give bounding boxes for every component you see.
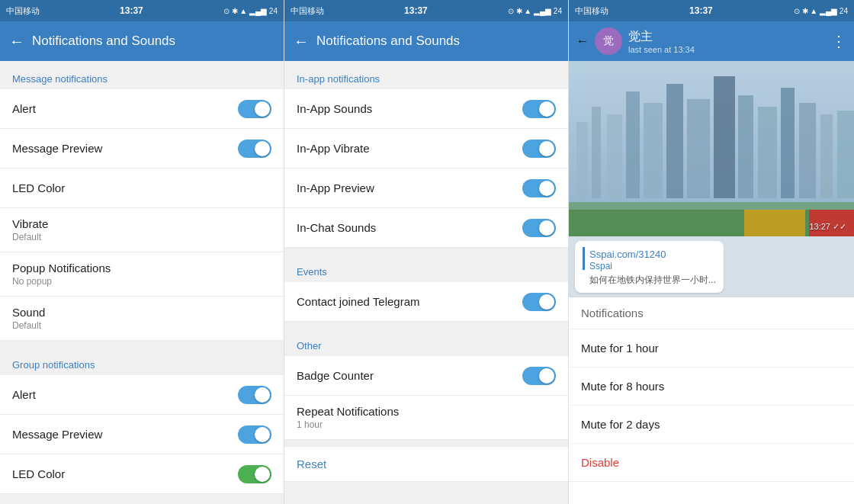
carrier-2: 中国移动 <box>291 5 324 17</box>
chat-user-name: 觉主 <box>628 29 825 45</box>
menu-item-mute-1h[interactable]: Mute for 1 hour <box>569 329 854 368</box>
toggle-grp-led[interactable] <box>238 465 271 483</box>
item-inapp-vibrate-label: In-App Vibrate <box>297 142 370 155</box>
status-bar-2: 中国移动 13:37 ⊙ ✱ ▲ ▂▄▆ 24 <box>284 0 568 21</box>
item-led-color[interactable]: LED Color <box>0 169 284 208</box>
svg-rect-7 <box>687 99 710 198</box>
item-grp-alert[interactable]: Alert <box>0 375 284 415</box>
svg-rect-13 <box>820 114 833 198</box>
status-icons-1: ⊙ ✱ ▲ ▂▄▆ 24 <box>223 7 278 15</box>
toggle-msg-preview[interactable] <box>238 140 271 158</box>
item-alert-label: Alert <box>12 102 36 115</box>
item-led-label: LED Color <box>12 181 65 194</box>
svg-rect-1 <box>576 122 588 198</box>
message-bubble-area: Sspai.com/31240 Sspai 如何在地铁内保持世界一小时... <box>569 236 854 297</box>
svg-rect-12 <box>799 103 816 198</box>
item-sound-sub: Default <box>12 320 45 331</box>
item-sound[interactable]: Sound Default <box>0 297 284 341</box>
item-sound-label: Sound <box>12 306 45 319</box>
item-inapp-vibrate[interactable]: In-App Vibrate <box>284 129 568 169</box>
divider-4 <box>284 440 568 446</box>
toggle-alert[interactable] <box>238 100 271 118</box>
item-popup[interactable]: Popup Notifications No popup <box>0 252 284 297</box>
menu-item-disable[interactable]: Disable <box>569 444 854 482</box>
chat-image-area: 13:27 ✓✓ <box>569 61 854 236</box>
item-grp-led[interactable]: LED Color <box>0 454 284 494</box>
carrier-1: 中国移动 <box>6 5 40 17</box>
section-header-group: Group notifications <box>0 347 284 375</box>
dropdown-menu: Notifications Mute for 1 hour Mute for 8… <box>569 297 854 504</box>
chat-back-button[interactable]: ← <box>576 34 589 48</box>
item-vibrate-label: Vibrate <box>12 217 48 230</box>
menu-item-mute-2d[interactable]: Mute for 2 days <box>569 406 854 444</box>
svg-rect-3 <box>607 114 622 198</box>
toggle-grp-preview[interactable] <box>238 425 271 444</box>
item-badge-counter-label: Badge Counter <box>297 369 374 382</box>
svg-rect-4 <box>626 91 640 198</box>
toggle-contact-joined[interactable] <box>522 293 556 311</box>
item-inapp-preview[interactable]: In-App Preview <box>284 169 568 208</box>
item-grp-alert-label: Alert <box>12 388 36 401</box>
item-badge-counter[interactable]: Badge Counter <box>284 356 568 396</box>
dropdown-title: Notifications <box>569 297 854 329</box>
toggle-grp-alert[interactable] <box>238 386 271 404</box>
item-contact-joined[interactable]: Contact joined Telegram <box>284 282 568 322</box>
section-header-message: Message notifications <box>0 61 284 89</box>
item-popup-label: Popup Notifications <box>12 262 111 274</box>
panel-1-content: Message notifications Alert Message Prev… <box>0 61 284 504</box>
back-button-2[interactable]: ← <box>294 33 309 50</box>
item-grp-led-label: LED Color <box>12 467 65 480</box>
panel-2: 中国移动 13:37 ⊙ ✱ ▲ ▂▄▆ 24 ← Notifications … <box>284 0 569 504</box>
city-background: 13:27 ✓✓ <box>569 61 854 236</box>
item-repeat-notif-label: Repeat Notifications <box>297 405 399 418</box>
panel-3: 中国移动 13:37 ⊙ ✱ ▲ ▂▄▆ 24 ← 觉 觉主 last seen… <box>569 0 854 504</box>
svg-rect-6 <box>666 84 683 198</box>
message-bar-indicator <box>583 247 585 270</box>
divider-1 <box>0 341 284 347</box>
chat-timestamp: 13:27 ✓✓ <box>809 222 846 232</box>
message-link[interactable]: Sspai.com/31240 <box>589 249 666 260</box>
back-button-1[interactable]: ← <box>9 33 24 50</box>
chat-user-status: last seen at 13:34 <box>628 45 825 54</box>
item-alert[interactable]: Alert <box>0 89 284 129</box>
message-sender: Sspai <box>589 261 716 271</box>
time-1: 13:37 <box>120 5 143 16</box>
item-inapp-sounds[interactable]: In-App Sounds <box>284 89 568 129</box>
app-bar-1: ← Notifications and Sounds <box>0 21 284 61</box>
item-reset[interactable]: Reset <box>284 446 568 482</box>
svg-rect-5 <box>644 103 663 198</box>
svg-rect-2 <box>592 107 601 198</box>
divider-3 <box>284 322 568 328</box>
toggle-inapp-preview[interactable] <box>522 179 556 197</box>
toggle-inchat-sounds[interactable] <box>522 219 556 237</box>
svg-rect-11 <box>781 88 795 198</box>
chat-more-button[interactable]: ⋮ <box>831 32 846 50</box>
svg-rect-17 <box>744 210 805 236</box>
item-repeat-notif[interactable]: Repeat Notifications 1 hour <box>284 396 568 440</box>
panel-1: 中国移动 13:37 ⊙ ✱ ▲ ▂▄▆ 24 ← Notifications … <box>0 0 284 504</box>
item-message-preview[interactable]: Message Preview <box>0 129 284 169</box>
item-inapp-preview-label: In-App Preview <box>297 181 374 194</box>
toggle-inapp-sounds[interactable] <box>522 100 556 118</box>
svg-rect-8 <box>714 76 735 198</box>
app-bar-2: ← Notifications and Sounds <box>284 21 568 61</box>
chat-user-info: 觉主 last seen at 13:34 <box>628 29 825 54</box>
item-contact-joined-label: Contact joined Telegram <box>297 295 419 308</box>
item-grp-preview[interactable]: Message Preview <box>0 415 284 454</box>
item-repeat-notif-sub: 1 hour <box>297 419 399 430</box>
message-preview-text: 如何在地铁内保持世界一小时... <box>589 274 716 287</box>
item-popup-sub: No popup <box>12 276 111 287</box>
section-header-inapp: In-app notifications <box>284 61 568 89</box>
toggle-badge-counter[interactable] <box>522 367 556 385</box>
status-bar-3: 中国移动 13:37 ⊙ ✱ ▲ ▂▄▆ 24 <box>569 0 854 21</box>
section-header-other: Other <box>284 328 568 356</box>
svg-rect-9 <box>738 95 753 198</box>
item-inchat-sounds[interactable]: In-Chat Sounds <box>284 208 568 248</box>
menu-item-mute-8h[interactable]: Mute for 8 hours <box>569 368 854 406</box>
section-header-events: Events <box>284 254 568 282</box>
item-vibrate-sub: Default <box>12 232 48 242</box>
toggle-inapp-vibrate[interactable] <box>522 140 556 158</box>
status-icons-3: ⊙ ✱ ▲ ▂▄▆ 24 <box>794 7 848 15</box>
message-bubble: Sspai.com/31240 Sspai 如何在地铁内保持世界一小时... <box>575 241 724 293</box>
item-vibrate[interactable]: Vibrate Default <box>0 208 284 252</box>
